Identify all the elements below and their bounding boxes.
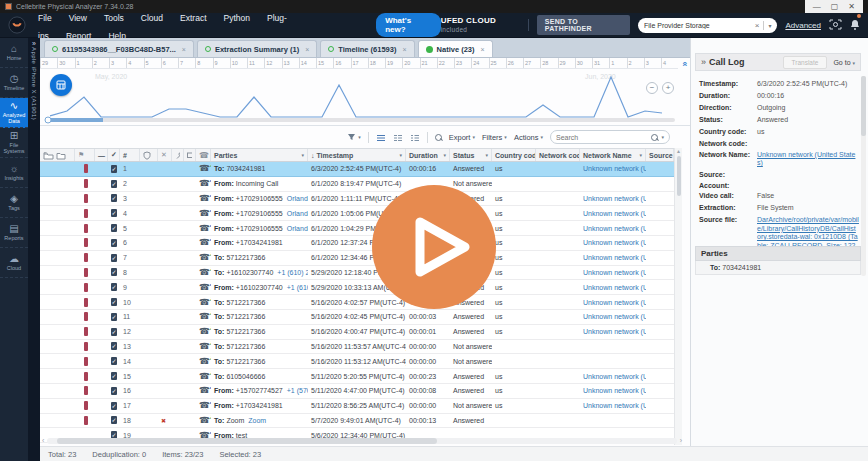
network-name-cell[interactable]: Unknown network (Unite... bbox=[580, 369, 646, 383]
network-name-cell[interactable] bbox=[580, 340, 646, 354]
network-name-cell[interactable]: Unknown network (Unite... bbox=[580, 325, 646, 339]
row-checkbox[interactable]: ✓ bbox=[111, 194, 117, 202]
table-row[interactable]: ✓13☎↗To:57122173665/16/2020 11:53:57 AM(… bbox=[40, 340, 674, 355]
close-button[interactable]: ✕ bbox=[848, 2, 855, 11]
party-row[interactable]: To: 7034241981 bbox=[695, 261, 861, 275]
panel-scrollbar[interactable] bbox=[861, 76, 866, 276]
table-row[interactable]: ✓14☎↗To:57122173665/16/2020 11:53:12 AM(… bbox=[40, 354, 674, 369]
table-horizontal-scrollbar[interactable]: ‹ › bbox=[42, 437, 682, 445]
row-checkbox[interactable]: ✓ bbox=[111, 342, 117, 350]
menu-item-tools[interactable]: Tools bbox=[104, 13, 124, 23]
advanced-link[interactable]: Advanced bbox=[785, 21, 821, 30]
row-checkbox[interactable]: ✓ bbox=[111, 357, 117, 365]
row-checkbox[interactable]: ✓ bbox=[111, 224, 117, 232]
tab-close-icon[interactable]: × bbox=[182, 46, 186, 53]
sidebar-item-tags[interactable]: ◈Tags bbox=[0, 188, 28, 218]
network-name-cell[interactable] bbox=[580, 177, 646, 191]
gallery-view-icon[interactable] bbox=[410, 128, 420, 146]
maximize-button[interactable]: ▢ bbox=[831, 2, 839, 11]
network-name-cell[interactable]: Unknown network (Unite... bbox=[580, 266, 646, 280]
scrollbar-thumb[interactable] bbox=[57, 438, 437, 444]
export-button[interactable]: Export▾ bbox=[449, 133, 475, 142]
table-row[interactable]: ✓18✖☎↗To:ZoomZoom5/7/2020 9:49:01 AM(UTC… bbox=[40, 414, 674, 429]
network-name-cell[interactable]: Unknown network (Unite... bbox=[580, 295, 646, 309]
table-vertical-scrollbar[interactable]: ▲ bbox=[674, 148, 682, 445]
party-link[interactable]: +1 (570) 277-452. bbox=[287, 387, 308, 394]
funnel-filter-icon[interactable]: ▾ bbox=[347, 133, 361, 141]
expand-chevrons-icon[interactable]: » bbox=[28, 40, 40, 47]
camera-icon[interactable] bbox=[184, 149, 196, 161]
search-options-icon[interactable]: ▾ bbox=[661, 134, 664, 140]
menu-item-file[interactable]: File bbox=[38, 13, 52, 23]
table-row[interactable]: ✓5☎↙From:+17029106555Orlando6/1/2020 1:0… bbox=[40, 221, 674, 236]
party-link[interactable]: Orlando bbox=[287, 195, 308, 202]
column-header-parties[interactable]: Parties▾ bbox=[211, 149, 308, 161]
table-row[interactable]: ✓17☎↙From:+170342419815/11/2020 8:56:25 … bbox=[40, 399, 674, 414]
hash-icon[interactable]: # bbox=[120, 149, 140, 161]
sidebar-item-insights[interactable]: ☼Insights bbox=[0, 158, 28, 188]
whats-new-button[interactable]: What's new? bbox=[376, 13, 440, 37]
check-icon[interactable]: ✓ bbox=[108, 149, 120, 161]
row-checkbox[interactable]: ✓ bbox=[111, 283, 117, 291]
row-checkbox[interactable]: ✓ bbox=[111, 165, 117, 173]
menu-item-python[interactable]: Python bbox=[224, 13, 250, 23]
network-name-cell[interactable] bbox=[580, 414, 646, 428]
column-header-network-code[interactable]: Network code bbox=[536, 149, 580, 161]
menu-item-view[interactable]: View bbox=[69, 13, 87, 23]
video-play-button[interactable] bbox=[372, 185, 496, 309]
detail-view-icon[interactable] bbox=[393, 128, 403, 146]
table-row[interactable]: ✓9☎↙From:+16102307740+1 (610) 230-774.5/… bbox=[40, 280, 674, 295]
party-link[interactable]: Orlando bbox=[287, 210, 308, 217]
table-row[interactable]: ✓11☎↗To:57122173665/16/2020 4:02:45 PM(U… bbox=[40, 310, 674, 325]
sidebar-item-timeline[interactable]: ◷Timeline bbox=[0, 68, 28, 98]
row-checkbox[interactable]: ✓ bbox=[111, 328, 117, 336]
notifications-bell-icon[interactable] bbox=[850, 16, 860, 34]
network-name-cell[interactable]: Unknown network (Unite... bbox=[580, 251, 646, 265]
search-dropdown-icon[interactable]: ▾ bbox=[768, 22, 771, 29]
row-checkbox[interactable]: ✓ bbox=[111, 180, 117, 188]
panel-collapse-icon[interactable]: » bbox=[701, 57, 706, 67]
tab-3[interactable]: Timeline (61593)× bbox=[320, 40, 414, 57]
x-icon[interactable]: ✕ bbox=[158, 149, 172, 161]
send-to-pathfinder-button[interactable]: SEND TO PATHFINDER bbox=[537, 15, 630, 35]
network-name-cell[interactable]: Unknown network (Unite... bbox=[580, 384, 646, 398]
tab-1[interactable]: 61195343986__F03BC48D-B57...× bbox=[44, 40, 194, 57]
column-header-source[interactable]: Source bbox=[646, 149, 674, 161]
list-view-icon[interactable] bbox=[376, 128, 386, 146]
collapse-chart-icon[interactable]: « bbox=[679, 61, 689, 66]
network-name-cell[interactable]: Unknown network (Unite... bbox=[580, 206, 646, 220]
tab-2[interactable]: Extraction Summary (1)× bbox=[197, 40, 317, 57]
scroll-right-icon[interactable]: › bbox=[680, 437, 682, 445]
bookmark-flag-icon[interactable]: ⚑ bbox=[75, 149, 95, 161]
party-link[interactable]: Zoom bbox=[248, 417, 266, 424]
sidebar-item-file-systems[interactable]: ⊞File Systems bbox=[0, 128, 28, 158]
network-name-cell[interactable]: Unknown network (Unite... bbox=[580, 399, 646, 413]
scroll-left-icon[interactable]: ‹ bbox=[42, 437, 44, 445]
network-name-cell[interactable]: Unknown network (Unite... bbox=[580, 236, 646, 250]
screenshot-icon[interactable] bbox=[829, 16, 842, 34]
row-checkbox[interactable]: ✓ bbox=[111, 313, 117, 321]
tab-4[interactable]: Native (23)× bbox=[418, 40, 493, 57]
table-search-box[interactable]: ▾ bbox=[550, 130, 670, 144]
device-tab-label[interactable]: Apple iPhone X (A1901) bbox=[31, 47, 37, 120]
menu-item-extract[interactable]: Extract bbox=[180, 13, 206, 23]
column-header-country-code[interactable]: Country code▾ bbox=[492, 149, 536, 161]
wrench-icon[interactable] bbox=[172, 149, 184, 161]
column-header-status[interactable]: Status▾ bbox=[450, 149, 492, 161]
network-name-cell[interactable]: Unknown network (Unite... bbox=[580, 310, 646, 324]
tab-close-icon[interactable]: × bbox=[402, 46, 406, 53]
range-handle[interactable] bbox=[45, 117, 51, 123]
tab-close-icon[interactable]: × bbox=[305, 46, 309, 53]
zoom-in-button[interactable]: + bbox=[662, 82, 674, 94]
table-row[interactable]: ✓4☎↙From:+17029106555Orlando6/1/2020 1:0… bbox=[40, 206, 674, 221]
table-row[interactable]: ✓3☎↙From:+17029106555Orlando6/1/2020 1:1… bbox=[40, 192, 674, 207]
table-row[interactable]: ✓10☎↗To:57122173665/16/2020 4:02:57 PM(U… bbox=[40, 295, 674, 310]
global-search-box[interactable]: × ▾ bbox=[638, 18, 777, 33]
row-checkbox[interactable]: ✓ bbox=[111, 416, 117, 424]
translate-button[interactable]: Translate bbox=[783, 56, 828, 69]
table-row[interactable]: ✓8☎↗To:+16102307740+1 (610) 230-77405/29… bbox=[40, 266, 674, 281]
sidebar-item-analyzed-data[interactable]: ∿Analyzed Data bbox=[0, 98, 28, 128]
network-name-cell[interactable]: Unknown network (Unite... bbox=[580, 192, 646, 206]
network-name-cell[interactable]: Unknown network (Unite... bbox=[580, 280, 646, 294]
preview-search-icon[interactable] bbox=[435, 134, 442, 141]
